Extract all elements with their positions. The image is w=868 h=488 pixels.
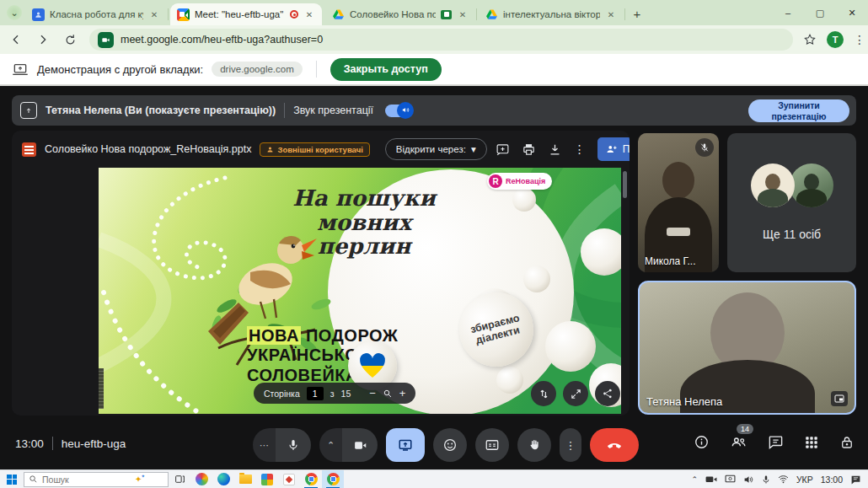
- task-view-button[interactable]: [169, 470, 190, 488]
- chevron-down-icon: ⌄: [10, 8, 18, 19]
- windows-logo-icon: [7, 475, 17, 485]
- captions-button[interactable]: [475, 428, 509, 462]
- present-icon: [20, 102, 37, 119]
- more-participants-tile[interactable]: Ще 11 осіб: [727, 133, 856, 272]
- add-comment-icon[interactable]: [496, 142, 510, 157]
- taskbar-app-misc[interactable]: [278, 470, 300, 488]
- meet-main: Тетяна Нелепа (Ви (показуєте презентацію…: [0, 86, 868, 469]
- presenting-banner: Тетяна Нелепа (Ви (показуєте презентацію…: [12, 95, 856, 126]
- profile-avatar[interactable]: T: [827, 31, 844, 48]
- presenter-label: Тетяна Нелепа (Ви (показуєте презентацію…: [46, 105, 276, 116]
- slide-subtitle-line: ПОДОРОЖ: [301, 326, 398, 345]
- zoom-tool-icon[interactable]: [383, 389, 393, 399]
- camera-options-button[interactable]: ⌃: [319, 428, 342, 462]
- present-screen-button[interactable]: [386, 428, 425, 462]
- notification-center-icon[interactable]: [850, 475, 861, 485]
- close-icon[interactable]: ✕: [605, 8, 617, 20]
- stop-presentation-button[interactable]: Зупинитипрезентацію: [748, 99, 849, 122]
- zoom-out-button[interactable]: −: [369, 387, 376, 400]
- taskbar-search[interactable]: ✦✦: [24, 472, 169, 487]
- restore-button[interactable]: ▢: [804, 0, 836, 25]
- close-icon[interactable]: ✕: [148, 8, 160, 20]
- close-window-button[interactable]: ✕: [836, 0, 868, 25]
- slide-title-line: перлин: [250, 234, 478, 259]
- tab-label: Класна робота для курсу "8/2: [50, 9, 143, 19]
- host-controls-lock-icon[interactable]: [839, 435, 855, 450]
- more-participants-label: Ще 11 осіб: [727, 228, 856, 241]
- taskbar-app-pinwheel[interactable]: [190, 470, 212, 488]
- participant-avatars: [727, 164, 856, 207]
- raise-hand-button[interactable]: [517, 428, 551, 462]
- mic-options-button[interactable]: ⋯: [253, 428, 276, 462]
- tray-language[interactable]: УКР: [796, 475, 813, 485]
- mic-button[interactable]: [276, 428, 311, 462]
- page-number-input[interactable]: 1: [307, 387, 324, 400]
- end-call-button[interactable]: [590, 428, 639, 462]
- stop-access-button[interactable]: Закрыть доступ: [330, 58, 442, 81]
- minimize-button[interactable]: –: [772, 0, 804, 25]
- participant-video: [667, 228, 690, 236]
- page-label: Сторінка: [264, 389, 300, 399]
- tray-clock[interactable]: 13:00: [821, 475, 843, 485]
- back-button[interactable]: [5, 29, 27, 51]
- share-file-button[interactable]: Поділитися ▾: [597, 137, 630, 161]
- presentation-float-controls: [531, 381, 620, 406]
- search-icon: [29, 475, 38, 484]
- tray-mic-icon[interactable]: [762, 475, 770, 485]
- search-input[interactable]: [42, 475, 131, 485]
- tab-search-button[interactable]: ⌄: [7, 5, 22, 20]
- tab-drive-quiz[interactable]: інтелектуальна вікторина Кор ✕: [479, 3, 624, 25]
- print-icon[interactable]: [522, 142, 536, 157]
- presentation-tile[interactable]: Соловейко Нова подорож_ReНовація.pptx Зо…: [12, 131, 630, 416]
- tray-cast-icon[interactable]: [725, 475, 736, 484]
- slide-title-line: На пошуки: [250, 186, 478, 211]
- taskbar-app-chrome-active[interactable]: [322, 470, 344, 488]
- logo-mark: R: [489, 174, 502, 188]
- more-options-button[interactable]: ⋮: [560, 428, 581, 462]
- address-bar[interactable]: meet.google.com/heu-eftb-uga?authuser=0: [89, 29, 793, 51]
- close-icon[interactable]: ✕: [457, 8, 469, 20]
- share-label: Поділитися: [623, 143, 630, 155]
- tab-drive-presentation[interactable]: Соловейко Нова подорож ✕: [325, 3, 475, 25]
- picture-in-picture-icon[interactable]: [831, 391, 848, 406]
- camera-button[interactable]: [342, 428, 378, 462]
- screen: ⌄ Класна робота для курсу "8/2 ✕ Meet: "…: [0, 0, 868, 488]
- new-tab-button[interactable]: +: [629, 5, 646, 22]
- activities-icon[interactable]: [804, 435, 819, 450]
- participant-tile-mykola[interactable]: Микола Г...: [638, 133, 719, 272]
- share-icon[interactable]: [595, 381, 620, 406]
- tab-meet[interactable]: Meet: "heu-eftb-uga" ✕: [170, 3, 322, 25]
- tab-label: інтелектуальна вікторина Кор: [503, 9, 600, 19]
- stop-line2: презентацію: [771, 111, 826, 121]
- more-options-icon[interactable]: ⋮: [574, 142, 586, 156]
- forward-button[interactable]: [32, 29, 54, 51]
- chat-panel-icon[interactable]: [768, 434, 784, 450]
- tray-chevron-icon[interactable]: ⌃: [691, 475, 698, 484]
- tray-camera-icon[interactable]: [705, 475, 717, 484]
- expand-icon[interactable]: [563, 381, 588, 406]
- taskbar-app-explorer[interactable]: [234, 470, 256, 488]
- slide-watermark: [99, 368, 104, 409]
- zoom-in-button[interactable]: +: [399, 387, 406, 400]
- viewer-scrollbar[interactable]: [623, 171, 627, 198]
- meeting-details-icon[interactable]: [694, 434, 710, 450]
- audio-toggle[interactable]: [385, 105, 412, 117]
- taskbar-app-edge[interactable]: [212, 470, 234, 488]
- taskbar-app-photos[interactable]: [256, 470, 278, 488]
- download-icon[interactable]: [548, 142, 562, 157]
- participant-tile-tetiana[interactable]: Тетяна Нелепа: [638, 281, 856, 415]
- taskbar-app-chrome[interactable]: [300, 470, 322, 488]
- people-panel-icon[interactable]: 14: [730, 433, 747, 451]
- scroll-arrows-button[interactable]: [531, 381, 556, 406]
- emoji-reactions-button[interactable]: [433, 428, 467, 462]
- browser-menu-icon[interactable]: ⋮: [854, 33, 865, 46]
- tray-network-icon[interactable]: [778, 475, 789, 484]
- start-button[interactable]: [0, 470, 24, 488]
- close-icon[interactable]: ✕: [303, 8, 315, 20]
- open-with-button[interactable]: Відкрити через: ▾: [385, 138, 487, 160]
- browser-toolbar: meet.google.com/heu-eftb-uga?authuser=0 …: [0, 25, 868, 54]
- tray-volume-icon[interactable]: [743, 475, 754, 485]
- reload-button[interactable]: [59, 29, 81, 51]
- tab-classroom[interactable]: Класна робота для курсу "8/2 ✕: [25, 3, 167, 25]
- bookmark-star-icon[interactable]: [803, 33, 817, 46]
